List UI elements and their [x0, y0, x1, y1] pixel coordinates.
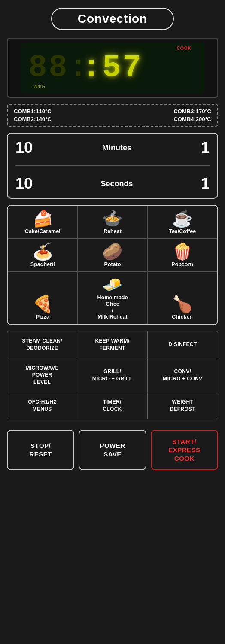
- func-btn-0-1[interactable]: KEEP WARM/ FERMENT: [77, 331, 147, 358]
- autocook-label-5: Popcorn: [171, 261, 193, 268]
- watt-indicator: W/KG: [33, 84, 45, 89]
- bottom-btn-0[interactable]: STOP/ RESET: [7, 430, 74, 471]
- comb-settings: COMB1:110°C COMB2:140°C COMB3:170°C COMB…: [7, 104, 218, 127]
- autocook-cell-6[interactable]: 🍕Pizza: [8, 272, 78, 324]
- time-display-box: 10 Minutes 1 10 Seconds 1: [7, 133, 218, 199]
- autocook-cell-3[interactable]: 🍝Spaghetti: [8, 239, 78, 272]
- func-btn-0-2[interactable]: DISINFECT: [148, 331, 218, 358]
- comb-right: COMB3:170°C COMB4:200°C: [173, 108, 211, 122]
- autocook-grid: 🍰Cake/Caramel🍲Reheat☕Tea/Coffee🍝Spaghett…: [7, 205, 218, 325]
- bottom-btn-1[interactable]: POWER SAVE: [79, 430, 146, 471]
- func-btn-2-0[interactable]: OFC-H1/H2 MENUS: [7, 392, 77, 419]
- seconds-label: Seconds: [41, 179, 192, 188]
- autocook-label-7: Home made Ghee / Milk Reheat: [97, 295, 128, 320]
- display-panel: 88: :57 COOK W/KG: [7, 38, 218, 98]
- autocook-cell-4[interactable]: 🥔Potato: [78, 239, 148, 272]
- bottom-btn-2[interactable]: START/ EXPRESS COOK: [151, 430, 218, 471]
- autocook-label-2: Tea/Coffee: [169, 228, 196, 235]
- minutes-num: 10: [15, 139, 41, 157]
- seconds-val: 1: [192, 175, 210, 193]
- autocook-cell-5[interactable]: 🍿Popcorn: [147, 239, 217, 272]
- autocook-icon-2: ☕: [172, 210, 192, 227]
- func-btn-1-2[interactable]: CONV/ MICRO + CONV: [148, 358, 218, 392]
- autocook-icon-3: 🍝: [33, 243, 53, 260]
- autocook-label-3: Spaghetti: [30, 261, 55, 268]
- autocook-cell-2[interactable]: ☕Tea/Coffee: [147, 206, 217, 239]
- autocook-cell-1[interactable]: 🍲Reheat: [78, 206, 148, 239]
- func-row-2: OFC-H1/H2 MENUSTIMER/ CLOCKWEIGHT DEFROS…: [7, 392, 218, 419]
- autocook-label-0: Cake/Caramel: [25, 228, 61, 235]
- func-row-0: STEAM CLEAN/ DEODORIZEKEEP WARM/ FERMENT…: [7, 331, 218, 358]
- autocook-cell-8[interactable]: 🍗Chicken: [147, 272, 217, 324]
- comb1-label: COMB1:110°C: [14, 108, 52, 115]
- minutes-label: Minutes: [41, 143, 192, 152]
- autocook-label-8: Chicken: [172, 314, 193, 320]
- comb3-label: COMB3:170°C: [173, 108, 211, 115]
- func-btn-1-1[interactable]: GRILL/ MICRO.+ GRILL: [77, 358, 147, 392]
- func-btn-2-2[interactable]: WEIGHT DEFROST: [148, 392, 218, 419]
- func-btn-2-1[interactable]: TIMER/ CLOCK: [77, 392, 147, 419]
- autocook-icon-4: 🥔: [102, 243, 122, 260]
- cook-indicator: COOK: [177, 46, 192, 51]
- autocook-label-6: Pizza: [36, 314, 49, 320]
- autocook-label-4: Potato: [104, 261, 121, 268]
- autocook-cell-0[interactable]: 🍰Cake/Caramel: [8, 206, 78, 239]
- func-btn-0-0[interactable]: STEAM CLEAN/ DEODORIZE: [7, 331, 77, 358]
- autocook-icon-7: 🧈: [102, 276, 122, 293]
- func-btn-1-0[interactable]: MICROWAVE POWER LEVEL: [7, 358, 77, 392]
- autocook-icon-0: 🍰: [33, 210, 53, 227]
- display-dim: 88:: [28, 50, 89, 85]
- display-inner: 88: :57 COOK W/KG: [21, 43, 204, 93]
- autocook-icon-1: 🍲: [102, 210, 122, 227]
- comb-left: COMB1:110°C COMB2:140°C: [14, 108, 52, 122]
- autocook-icon-6: 🍕: [33, 296, 53, 312]
- autocook-label-1: Reheat: [103, 228, 122, 235]
- minutes-val: 1: [192, 139, 210, 157]
- title-text: Convection: [78, 12, 147, 25]
- display-time: :57: [82, 50, 143, 85]
- autocook-icon-5: 🍿: [172, 243, 192, 260]
- seconds-num: 10: [15, 175, 41, 193]
- func-row-1: MICROWAVE POWER LEVELGRILL/ MICRO.+ GRIL…: [7, 358, 218, 392]
- bottom-button-row: STOP/ RESETPOWER SAVESTART/ EXPRESS COOK: [7, 430, 218, 471]
- autocook-icon-8: 🍗: [172, 296, 192, 312]
- time-divider: [15, 165, 210, 166]
- title-box: Convection: [51, 8, 174, 30]
- comb4-label: COMB4:200°C: [173, 116, 211, 122]
- comb2-label: COMB2:140°C: [14, 116, 52, 122]
- autocook-cell-7[interactable]: 🧈Home made Ghee / Milk Reheat: [78, 272, 148, 324]
